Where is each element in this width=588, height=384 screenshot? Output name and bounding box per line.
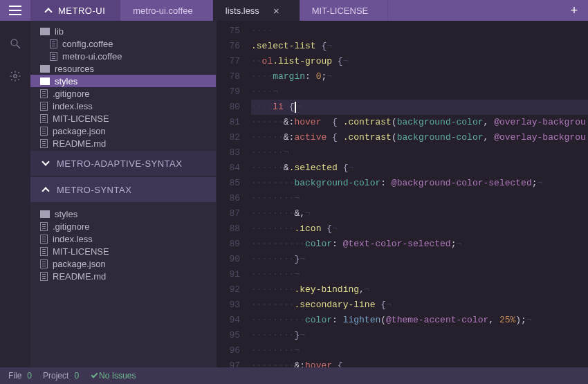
folder-icon xyxy=(40,28,50,35)
code-line[interactable]: ····margin: 0;¬ xyxy=(251,69,588,84)
new-tab-button[interactable]: + xyxy=(560,0,588,21)
svg-point-0 xyxy=(11,39,17,46)
status-issues[interactable]: No Issues xyxy=(93,371,136,381)
tab-bar: metro-ui.coffeelists.less×MIT-LICENSE xyxy=(120,0,560,21)
tree-item-label: styles xyxy=(55,76,77,86)
line-number: 85 xyxy=(217,176,240,191)
project-section-metro-syntax[interactable]: METRO-SYNTAX xyxy=(30,177,216,202)
settings-button[interactable] xyxy=(9,70,21,84)
code-line[interactable]: ··ol.list-group {¬ xyxy=(251,54,588,69)
code-line[interactable]: ········&:hover { xyxy=(251,358,588,367)
code-line[interactable]: ········}¬ xyxy=(251,328,588,343)
file-config-coffee[interactable]: config.coffee xyxy=(30,37,216,50)
workspace: libconfig.coffeemetro-ui.coffeeresources… xyxy=(0,21,588,367)
file-index-less[interactable]: index.less xyxy=(30,100,216,112)
file--gitignore[interactable]: .gitignore xyxy=(30,87,216,100)
status-file-label[interactable]: File xyxy=(8,371,21,381)
code-line[interactable]: ······&:active { .contrast(background-co… xyxy=(251,130,588,145)
line-number: 90 xyxy=(217,252,240,267)
code-line[interactable]: ········.key-binding,¬ xyxy=(251,282,588,298)
code-area[interactable]: ····.select-list {¬··ol.list-group {¬···… xyxy=(247,21,588,367)
line-number: 95 xyxy=(217,328,240,343)
tree-item-label: config.coffee xyxy=(62,39,113,49)
menu-button[interactable] xyxy=(0,0,30,21)
status-project-count: 0 xyxy=(74,371,79,381)
title-bar: METRO-UI metro-ui.coffeelists.less×MIT-L… xyxy=(0,0,588,21)
file-README-md[interactable]: README.md xyxy=(30,137,216,149)
project-section-metro-adaptive-syntax[interactable]: METRO-ADAPTIVE-SYNTAX xyxy=(30,151,216,176)
line-number: 91 xyxy=(217,267,240,282)
tab-label: lists.less xyxy=(226,6,259,16)
code-line[interactable]: ······&.selected {¬ xyxy=(251,161,588,176)
file-icon xyxy=(40,127,48,136)
folder-lib[interactable]: lib xyxy=(30,25,216,37)
code-line[interactable]: ··········color: @text-color-selected;¬ xyxy=(251,237,588,252)
line-number: 89 xyxy=(217,237,240,252)
gear-icon xyxy=(9,70,21,82)
chevron-up-icon xyxy=(42,187,49,194)
line-number: 93 xyxy=(217,298,240,313)
tree-item-label: index.less xyxy=(53,101,93,111)
line-number: 81 xyxy=(217,115,240,130)
line-number: 87 xyxy=(217,206,240,221)
check-icon xyxy=(91,372,98,378)
code-line[interactable]: ········.icon {¬ xyxy=(251,221,588,237)
code-line[interactable]: ········.secondary-line {¬ xyxy=(251,298,588,313)
code-line[interactable]: ······¬ xyxy=(251,145,588,161)
code-line[interactable]: ···· xyxy=(251,24,588,39)
code-line[interactable]: ········¬ xyxy=(251,267,588,282)
code-line[interactable]: ········&,¬ xyxy=(251,206,588,221)
tree-item-label: .gitignore xyxy=(53,221,89,232)
tree-item-label: .gitignore xyxy=(53,89,89,99)
line-number: 78 xyxy=(217,69,240,84)
tree-item-label: MIT-LICENSE xyxy=(53,113,109,124)
tab-MIT-LICENSE[interactable]: MIT-LICENSE xyxy=(300,0,389,21)
folder-styles[interactable]: styles xyxy=(30,75,216,87)
search-button[interactable] xyxy=(9,37,21,52)
tree-item-label: index.less xyxy=(53,234,93,244)
file-metro-ui-coffee[interactable]: metro-ui.coffee xyxy=(30,50,216,62)
section-label: METRO-SYNTAX xyxy=(57,185,131,195)
code-line[interactable]: ········¬ xyxy=(251,191,588,206)
code-line[interactable]: ····li {¬ xyxy=(251,100,588,115)
status-bar: File 0 Project 0 No Issues xyxy=(0,367,588,384)
file-package-json[interactable]: package.json xyxy=(30,257,216,270)
tree-item-label: styles xyxy=(55,209,77,219)
file-MIT-LICENSE[interactable]: MIT-LICENSE xyxy=(30,112,216,125)
code-editor[interactable]: 7576777879808182838485868788899091929394… xyxy=(216,21,588,367)
code-line[interactable]: ········}¬ xyxy=(251,252,588,267)
tree-item-label: resources xyxy=(55,64,94,74)
file-package-json[interactable]: package.json xyxy=(30,125,216,137)
file-icon xyxy=(40,259,48,268)
tree-item-label: metro-ui.coffee xyxy=(62,51,122,62)
file-icon xyxy=(50,39,57,48)
line-number: 94 xyxy=(217,313,240,328)
tab-lists-less[interactable]: lists.less× xyxy=(213,0,300,21)
code-line[interactable]: ··········color: lighten(@theme-accent-c… xyxy=(251,313,588,328)
code-line[interactable]: ········background-color: @background-co… xyxy=(251,176,588,191)
code-line[interactable]: ······&:hover { .contrast(background-col… xyxy=(251,115,588,130)
tab-metro-ui-coffee[interactable]: metro-ui.coffee xyxy=(120,0,212,21)
code-line[interactable]: ········¬ xyxy=(251,343,588,358)
svg-line-1 xyxy=(17,45,20,48)
tree-item-label: README.md xyxy=(53,271,106,282)
file-index-less[interactable]: index.less xyxy=(30,232,216,245)
file-tree: libconfig.coffeemetro-ui.coffeeresources… xyxy=(30,21,216,367)
code-line[interactable]: ····¬ xyxy=(251,84,588,100)
line-gutter: 7576777879808182838485868788899091929394… xyxy=(217,21,247,367)
chevron-down-icon xyxy=(42,158,49,165)
file-icon xyxy=(40,247,48,256)
file-README-md[interactable]: README.md xyxy=(30,270,216,282)
file-icon xyxy=(40,139,48,148)
project-dropdown[interactable]: METRO-UI xyxy=(30,0,120,21)
status-project-label[interactable]: Project xyxy=(43,371,68,381)
code-line[interactable]: .select-list {¬ xyxy=(251,39,588,54)
project-name: METRO-UI xyxy=(58,6,105,16)
close-icon[interactable]: × xyxy=(273,5,279,17)
tab-label: MIT-LICENSE xyxy=(312,6,369,16)
file--gitignore[interactable]: .gitignore xyxy=(30,220,216,232)
file-icon xyxy=(40,272,48,281)
file-MIT-LICENSE[interactable]: MIT-LICENSE xyxy=(30,245,216,257)
folder-styles[interactable]: styles xyxy=(30,208,216,220)
folder-resources[interactable]: resources xyxy=(30,62,216,75)
